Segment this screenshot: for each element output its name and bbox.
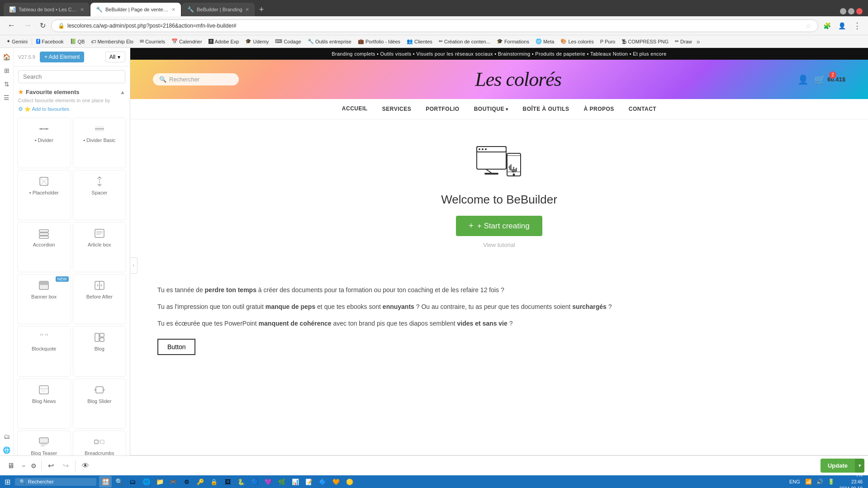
nav-portfolio[interactable]: PORTFOLIO — [424, 99, 461, 118]
nav-apropos[interactable]: À PROPOS — [582, 99, 616, 118]
bookmark-adobe[interactable]: 🅰 Adobe Exp — [206, 38, 242, 45]
side-icon-earth[interactable]: 🌐 — [1, 445, 12, 455]
side-icon-grid[interactable]: ⊞ — [2, 65, 11, 76]
user-icon-button[interactable]: 👤 — [797, 74, 809, 85]
update-dropdown-button[interactable]: ▾ — [855, 459, 864, 473]
cart-icon[interactable]: 🛒 2 60.41$ — [814, 74, 845, 85]
tray-volume[interactable]: 🔊 — [815, 479, 825, 485]
bookmark-meta[interactable]: 🌐 Meta — [533, 38, 557, 45]
taskbar-icon-11[interactable]: 🐍 — [235, 476, 247, 488]
taskbar-icon-13[interactable]: 💜 — [262, 476, 275, 488]
nav-contact[interactable]: CONTACT — [627, 99, 658, 118]
bookmark-calendrier[interactable]: 📅 Calendrier — [169, 38, 205, 45]
more-bookmarks-icon[interactable]: » — [697, 38, 700, 45]
site-search-bar[interactable]: 🔍 Rechercher — [153, 73, 239, 85]
taskbar-icon-15[interactable]: 📊 — [289, 476, 302, 488]
element-divider-basic[interactable]: • Divider Basic — [73, 118, 127, 168]
new-tab-button[interactable]: + — [256, 5, 268, 14]
element-spacer[interactable]: Spacer — [73, 170, 127, 220]
bookmark-facebook[interactable]: f Facebook — [33, 38, 66, 45]
side-icon-layers[interactable]: 🗂 — [2, 431, 12, 442]
taskbar-clock[interactable]: FR 23:46 2024-09-18 — [838, 472, 864, 488]
close-window-button[interactable] — [856, 8, 863, 14]
bookmark-clientes[interactable]: 👥 Clientes — [404, 38, 435, 45]
taskbar-icon-16[interactable]: 📝 — [303, 476, 315, 488]
bookmark-courriels[interactable]: ✉ Courriels — [137, 38, 168, 45]
taskbar-icon-2[interactable]: 🔍 — [113, 476, 125, 488]
bookmark-compress[interactable]: 🗜 COMPRESS PNG — [619, 38, 671, 45]
taskbar-icon-19[interactable]: 🟡 — [343, 476, 356, 488]
filter-all-button[interactable]: All ▼ — [105, 52, 125, 62]
content-button[interactable]: Button — [157, 339, 195, 355]
bookmark-lescolores[interactable]: 🎨 Les colorés — [558, 38, 596, 45]
element-blog-slider[interactable]: Blog Slider — [73, 379, 127, 429]
taskbar-icon-14[interactable]: 🌿 — [275, 476, 288, 488]
taskbar-search[interactable]: 🔍 Rechercher — [15, 478, 96, 486]
back-button[interactable]: ← — [5, 20, 18, 31]
desktop-view-button[interactable]: 🖥 — [4, 460, 18, 472]
bookmark-membership[interactable]: 🏷 Membership Élo — [88, 38, 136, 45]
search-input[interactable] — [18, 70, 125, 83]
element-before-after[interactable]: Before After — [73, 274, 127, 324]
taskbar-icon-12[interactable]: 🔵 — [248, 476, 261, 488]
extensions-button[interactable]: 🧩 — [821, 21, 833, 30]
bookmark-star-icon[interactable]: ☆ — [806, 22, 811, 29]
tray-battery[interactable]: 🔋 — [826, 479, 836, 485]
bookmark-formations[interactable]: 🎓 Formations — [494, 38, 532, 45]
tray-keyboard[interactable]: ENG — [787, 479, 802, 484]
element-divider[interactable]: • Divider — [17, 118, 71, 168]
nav-boite-outils[interactable]: BOÎTE À OUTILS — [521, 99, 571, 118]
redo-button[interactable]: ↪ — [59, 460, 72, 472]
nav-boutique[interactable]: BOUTIQUE ▾ — [472, 99, 510, 118]
element-accordion[interactable]: Accordion — [17, 222, 71, 272]
view-tutorial-link[interactable]: View tutorial — [483, 242, 515, 248]
element-blockquote[interactable]: "" Blockquote — [17, 326, 71, 376]
element-blog[interactable]: Blog — [73, 326, 127, 376]
update-button[interactable]: Update — [821, 459, 855, 473]
tab-1[interactable]: 📊 Tableau de bord • Les Colorés •... ✕ — [4, 3, 90, 16]
taskbar-icon-18[interactable]: 🧡 — [330, 476, 342, 488]
menu-button[interactable]: ⋮ — [851, 20, 863, 32]
bookmark-codage[interactable]: ⌨ Codage — [272, 38, 304, 45]
taskbar-icon-17[interactable]: 🔷 — [316, 476, 329, 488]
side-icon-arrows[interactable]: ⇅ — [2, 79, 11, 90]
start-button[interactable]: ⊞ — [0, 477, 15, 487]
tray-network[interactable]: 📶 — [804, 479, 813, 485]
bookmark-qb[interactable]: 📗 QB — [67, 38, 88, 45]
element-banner-box[interactable]: NEW Banner box — [17, 274, 71, 324]
taskbar-icon-4[interactable]: 🌐 — [140, 476, 152, 488]
tab-3[interactable]: 🔧 BeBuilder | Branding ✕ — [182, 3, 255, 16]
element-blog-news[interactable]: Blog News — [17, 379, 71, 429]
bookmark-outils[interactable]: 🔧 Outils entreprise — [305, 38, 354, 45]
bookmark-creation[interactable]: ✏ Création de conten... — [436, 38, 493, 45]
side-icon-list[interactable]: ☰ — [2, 92, 11, 103]
taskbar-icon-8[interactable]: 🔑 — [194, 476, 207, 488]
element-article-box[interactable]: Article box — [73, 222, 127, 272]
taskbar-icon-1[interactable]: 🪟 — [99, 476, 112, 488]
maximize-button[interactable] — [848, 8, 854, 14]
taskbar-icon-10[interactable]: 🖼 — [221, 476, 234, 488]
start-creating-button[interactable]: + + Start creating — [456, 216, 542, 236]
taskbar-icon-6[interactable]: 🎮 — [167, 476, 180, 488]
add-element-button[interactable]: + Add Element — [40, 52, 84, 62]
panel-collapse-handle[interactable]: ‹ — [130, 257, 138, 274]
forward-button[interactable]: → — [21, 20, 34, 31]
element-placeholder[interactable]: • Placeholder — [17, 170, 71, 220]
undo-button[interactable]: ↩ — [44, 460, 57, 472]
toolbar-settings-button[interactable]: ⚙ — [29, 460, 38, 471]
address-bar[interactable]: 🔒 lescolores.ca/wp-admin/post.php?post=2… — [51, 19, 818, 32]
eye-button[interactable]: 👁 — [78, 460, 93, 472]
minimize-button[interactable] — [840, 8, 846, 14]
bookmark-portfolio[interactable]: 💼 Portfolio - Idées — [355, 38, 403, 45]
add-to-favourites-link[interactable]: ⚙ ⭐ Add to favourites — [18, 106, 125, 112]
taskbar-icon-3[interactable]: 🗂 — [126, 476, 139, 488]
bookmark-udemy[interactable]: 🎓 Udemy — [242, 38, 271, 45]
zoom-out-button[interactable]: − — [20, 460, 27, 471]
bookmark-draw[interactable]: ✏ Draw — [672, 38, 695, 45]
bookmark-gemini[interactable]: ✦ Gemini — [4, 38, 30, 45]
taskbar-icon-7[interactable]: ⚙ — [180, 476, 193, 488]
tab-2[interactable]: 🔧 BeBuilder | Page de vente – Ou... ✕ — [90, 3, 181, 16]
nav-services[interactable]: SERVICES — [380, 99, 413, 118]
reload-button[interactable]: ↻ — [37, 20, 48, 31]
profile-button[interactable]: 👤 — [836, 21, 848, 30]
